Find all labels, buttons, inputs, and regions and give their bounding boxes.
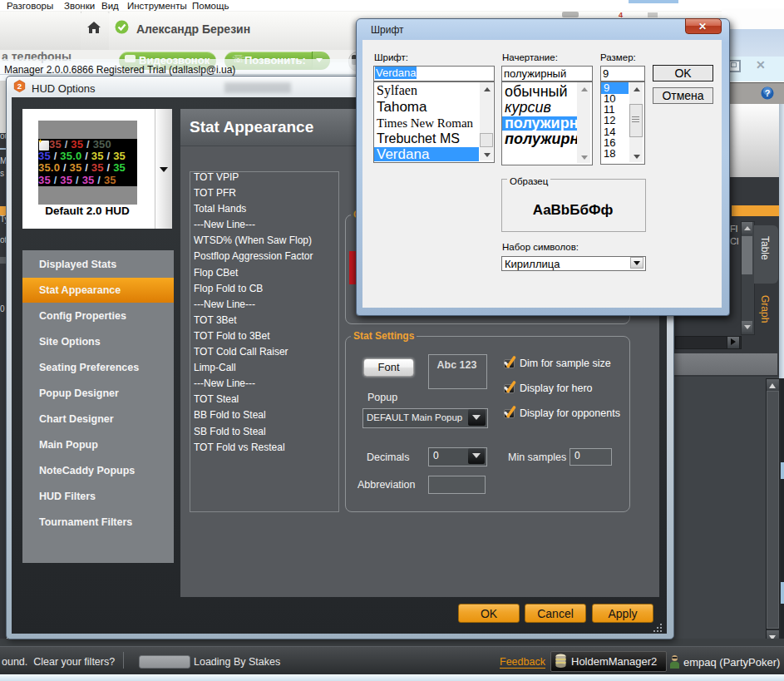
- svg-text:2: 2: [17, 81, 22, 91]
- svg-text:?: ?: [765, 88, 771, 98]
